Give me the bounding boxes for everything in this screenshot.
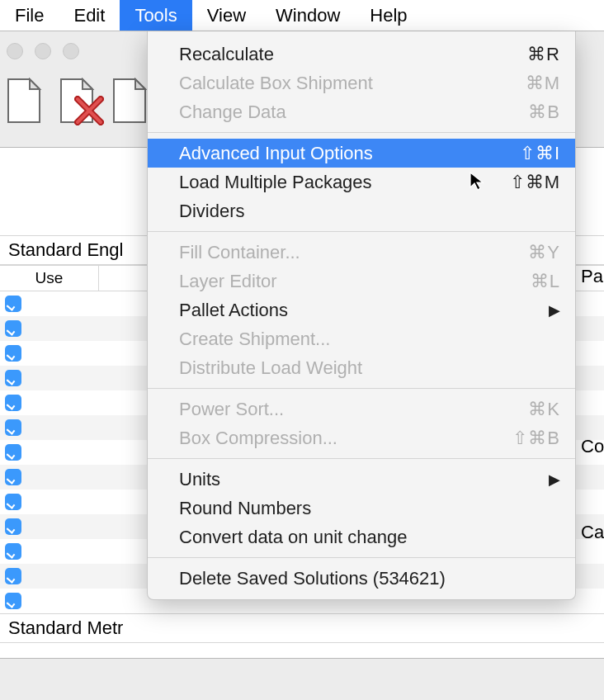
section-standard-metric[interactable]: Standard Metr xyxy=(0,613,604,643)
menu-edit[interactable]: Edit xyxy=(59,0,120,31)
menu-item-advanced-input-options[interactable]: Advanced Input Options⇧⌘I xyxy=(148,139,575,168)
menu-item-units[interactable]: Units▶ xyxy=(148,465,575,494)
menu-item-power-sort: Power Sort...⌘K xyxy=(148,395,575,423)
menu-item-box-compression: Box Compression...⇧⌘B xyxy=(148,423,575,452)
menu-file[interactable]: File xyxy=(0,0,59,31)
use-checkbox[interactable] xyxy=(5,370,21,386)
use-checkbox[interactable] xyxy=(5,419,21,436)
menu-item-dividers[interactable]: Dividers xyxy=(148,196,575,225)
use-checkbox[interactable] xyxy=(5,296,21,312)
use-checkbox[interactable] xyxy=(5,469,21,485)
menu-item-label: Units xyxy=(179,469,220,490)
menu-item-round-numbers[interactable]: Round Numbers xyxy=(148,494,575,523)
menu-separator xyxy=(148,388,575,389)
use-checkbox[interactable] xyxy=(5,345,21,362)
use-checkbox[interactable] xyxy=(5,444,21,461)
menu-item-recalculate[interactable]: Recalculate⌘R xyxy=(148,40,575,69)
x-icon xyxy=(74,96,104,125)
menu-item-shortcut: ⌘K xyxy=(528,399,560,420)
menu-item-label: Fill Container... xyxy=(179,242,300,263)
menu-item-label: Round Numbers xyxy=(179,498,311,519)
file-button-3[interactable] xyxy=(111,78,149,124)
right-label-3: Cas xyxy=(581,520,604,545)
menu-item-label: Layer Editor xyxy=(179,271,277,292)
menu-view[interactable]: View xyxy=(192,0,261,31)
use-checkbox[interactable] xyxy=(5,543,21,560)
menu-item-label: Distribute Load Weight xyxy=(179,357,362,379)
right-side-labels: Pa Co Cas xyxy=(581,264,604,545)
menu-item-change-data: Change Data⌘B xyxy=(148,97,575,126)
menu-item-shortcut: ⌘B xyxy=(528,102,560,123)
menu-separator xyxy=(148,231,575,232)
menu-item-delete-saved-solutions-534621[interactable]: Delete Saved Solutions (534621) xyxy=(148,564,575,593)
tools-menu-dropdown[interactable]: Recalculate⌘RCalculate Box Shipment⌘MCha… xyxy=(147,31,576,600)
use-checkbox[interactable] xyxy=(5,568,21,584)
menubar: FileEditToolsViewWindowHelp xyxy=(0,0,604,31)
menu-item-shortcut: ⌘L xyxy=(531,271,560,292)
menu-item-shortcut: ⌘M xyxy=(526,73,560,94)
menu-item-shortcut: ⌘R xyxy=(527,44,560,65)
menu-item-label: Dividers xyxy=(179,201,244,222)
menu-item-calculate-box-shipment: Calculate Box Shipment⌘M xyxy=(148,69,575,97)
menu-item-label: Load Multiple Packages xyxy=(179,172,372,193)
close-window-button[interactable] xyxy=(7,43,23,59)
menu-item-shortcut: ⇧⌘I xyxy=(520,143,560,164)
use-checkbox[interactable] xyxy=(5,494,21,510)
right-label-1: Pa xyxy=(581,264,604,289)
menu-item-label: Convert data on unit change xyxy=(179,527,407,548)
menu-separator xyxy=(148,458,575,459)
new-file-button[interactable] xyxy=(5,78,43,124)
menu-item-label: Delete Saved Solutions (534621) xyxy=(179,568,446,589)
delete-file-button[interactable] xyxy=(58,78,96,124)
menu-item-label: Change Data xyxy=(179,102,286,123)
use-checkbox[interactable] xyxy=(5,518,21,535)
menu-item-label: Power Sort... xyxy=(179,399,284,420)
menu-item-convert-data-on-unit-change[interactable]: Convert data on unit change xyxy=(148,523,575,551)
menu-item-label: Recalculate xyxy=(179,44,274,65)
use-checkbox[interactable] xyxy=(5,320,21,337)
menu-separator xyxy=(148,557,575,558)
menu-item-label: Calculate Box Shipment xyxy=(179,73,373,94)
submenu-arrow-icon: ▶ xyxy=(549,471,560,489)
minimize-window-button[interactable] xyxy=(35,43,51,59)
menu-item-shortcut: ⇧⌘M xyxy=(510,172,560,193)
column-header-use[interactable]: Use xyxy=(0,266,99,291)
menu-item-shortcut: ⇧⌘B xyxy=(512,428,560,449)
menu-item-create-shipment: Create Shipment... xyxy=(148,324,575,353)
use-checkbox[interactable] xyxy=(5,593,21,609)
menu-item-fill-container: Fill Container...⌘Y xyxy=(148,238,575,267)
menu-item-label: Box Compression... xyxy=(179,428,337,449)
menu-item-label: Pallet Actions xyxy=(179,300,288,321)
use-checkbox[interactable] xyxy=(5,395,21,411)
menu-item-label: Advanced Input Options xyxy=(179,143,373,164)
menu-tools[interactable]: Tools xyxy=(120,0,191,31)
menu-item-load-multiple-packages[interactable]: Load Multiple Packages⇧⌘M xyxy=(148,168,575,196)
menu-item-shortcut: ⌘Y xyxy=(528,242,560,263)
menu-item-pallet-actions[interactable]: Pallet Actions▶ xyxy=(148,296,575,324)
menu-separator xyxy=(148,132,575,133)
right-label-2: Co xyxy=(581,434,604,459)
zoom-window-button[interactable] xyxy=(63,43,79,59)
menu-window[interactable]: Window xyxy=(261,0,355,31)
menu-item-layer-editor: Layer Editor⌘L xyxy=(148,267,575,296)
submenu-arrow-icon: ▶ xyxy=(549,301,560,319)
menu-help[interactable]: Help xyxy=(355,0,422,31)
menu-item-label: Create Shipment... xyxy=(179,329,330,350)
menu-item-distribute-load-weight: Distribute Load Weight xyxy=(148,353,575,382)
